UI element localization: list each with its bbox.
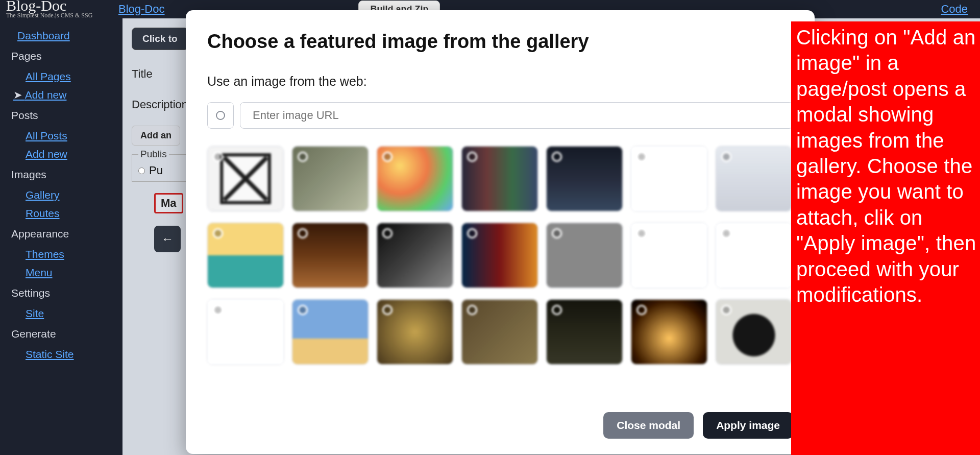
sidebar-section-generate: Generate: [11, 323, 111, 345]
gallery-item[interactable]: [377, 223, 453, 288]
gallery-item[interactable]: [292, 146, 369, 211]
publish-legend: Publis: [138, 149, 169, 160]
code-link[interactable]: Code: [941, 3, 970, 16]
gallery-grid: [207, 146, 793, 365]
gallery-item[interactable]: [207, 223, 284, 288]
radio-icon: [382, 152, 393, 162]
image-gallery-modal: Choose a featured image from the gallery…: [186, 10, 815, 454]
publish-radio[interactable]: [138, 167, 145, 174]
radio-icon: [467, 228, 477, 238]
sidebar-item-add-new-page[interactable]: Add new: [11, 86, 111, 104]
publish-fieldset: Publis Pu: [132, 149, 193, 182]
radio-icon: [382, 228, 393, 238]
radio-icon: [213, 152, 223, 162]
gallery-item[interactable]: [631, 146, 707, 211]
radio-icon: [298, 228, 308, 238]
modal-footer: Close modal Apply image: [207, 397, 793, 439]
back-arrow-icon: ←: [161, 232, 174, 246]
radio-icon: [467, 305, 477, 315]
sidebar-item-dashboard[interactable]: Dashboard: [11, 27, 111, 45]
gallery-item[interactable]: [716, 299, 792, 365]
url-row: [207, 102, 793, 129]
logo-title: Blog-Doc: [6, 0, 108, 12]
radio-icon: [552, 228, 562, 238]
apply-image-button[interactable]: Apply image: [703, 412, 793, 439]
sidebar-section-appearance: Appearance: [11, 223, 111, 245]
sidebar-section-pages: Pages: [11, 45, 111, 67]
logo: Blog-Doc The Simplest Node.js CMS & SSG: [6, 0, 108, 19]
back-button[interactable]: ←: [154, 226, 181, 252]
gallery-item[interactable]: [716, 223, 792, 288]
radio-icon: [298, 152, 308, 162]
radio-icon: [636, 152, 647, 162]
radio-icon: [636, 305, 647, 315]
add-an-image-button[interactable]: Add an: [132, 126, 180, 146]
radio-icon: [552, 305, 562, 315]
sidebar-section-images: Images: [11, 163, 111, 186]
gallery-item[interactable]: [377, 146, 453, 211]
sidebar-item-menu[interactable]: Menu: [11, 264, 111, 282]
instruction-callout: Clicking on "Add an image" in a page/pos…: [791, 21, 980, 455]
radio-icon: [721, 228, 731, 238]
sidebar-item-all-posts[interactable]: All Posts: [11, 127, 111, 145]
markdown-badge: Ma: [154, 193, 183, 213]
url-radio[interactable]: [207, 102, 234, 129]
radio-icon: [382, 305, 393, 315]
sidebar-section-posts: Posts: [11, 104, 111, 127]
radio-icon: [298, 305, 308, 315]
sidebar: Dashboard Pages All Pages Add new Posts …: [0, 18, 122, 455]
gallery-item[interactable]: [461, 146, 538, 211]
publish-option-label: Pu: [149, 164, 163, 177]
close-modal-button[interactable]: Close modal: [603, 412, 694, 439]
sidebar-item-static-site[interactable]: Static Site: [11, 345, 111, 364]
click-to-button[interactable]: Click to: [132, 28, 188, 50]
gallery-item[interactable]: [546, 146, 623, 211]
gallery-item[interactable]: [716, 146, 792, 211]
sidebar-item-site[interactable]: Site: [11, 304, 111, 323]
gallery-item[interactable]: [631, 299, 707, 365]
app-link[interactable]: Blog-Doc: [118, 3, 164, 16]
radio-icon: [552, 152, 562, 162]
gallery-item[interactable]: [631, 223, 707, 288]
sidebar-section-settings: Settings: [11, 282, 111, 304]
sidebar-item-routes[interactable]: Routes: [11, 204, 111, 223]
sidebar-item-gallery[interactable]: Gallery: [11, 186, 111, 204]
sidebar-item-add-new-post[interactable]: Add new: [11, 145, 111, 163]
gallery-item[interactable]: [546, 223, 623, 288]
radio-icon: [213, 305, 223, 315]
gallery-item[interactable]: [546, 299, 623, 365]
radio-icon: [213, 228, 223, 238]
radio-icon: [467, 152, 477, 162]
image-url-input[interactable]: [240, 102, 793, 129]
radio-icon: [216, 111, 225, 120]
sidebar-item-all-pages[interactable]: All Pages: [11, 67, 111, 86]
sidebar-item-themes[interactable]: Themes: [11, 245, 111, 264]
radio-icon: [721, 305, 731, 315]
modal-title: Choose a featured image from the gallery: [207, 31, 793, 53]
gallery-item[interactable]: [461, 299, 538, 365]
publish-option[interactable]: Pu: [138, 164, 186, 177]
use-web-label: Use an image from the web:: [207, 74, 793, 89]
gallery-item[interactable]: [207, 146, 284, 211]
radio-icon: [636, 228, 647, 238]
gallery-item[interactable]: [292, 299, 369, 365]
gallery-item[interactable]: [461, 223, 538, 288]
gallery-item[interactable]: [207, 299, 284, 365]
radio-icon: [721, 152, 731, 162]
gallery-item[interactable]: [292, 223, 369, 288]
gallery-item[interactable]: [377, 299, 453, 365]
